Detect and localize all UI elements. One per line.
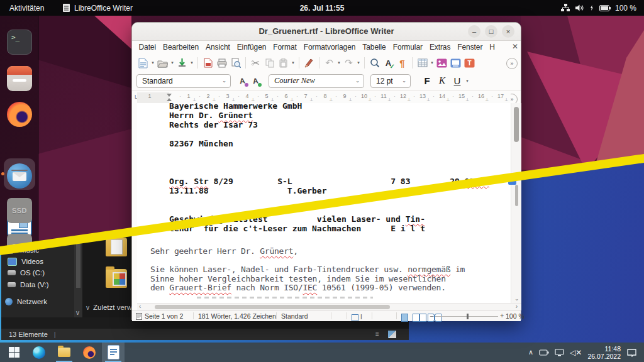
taskbar-edge[interactable]: [28, 343, 50, 362]
firefox-icon: [83, 346, 96, 359]
zoom-level[interactable]: 100 %: [506, 312, 525, 320]
scroll-down-icon[interactable]: ⌄: [514, 295, 519, 302]
folder-documents[interactable]: [106, 238, 127, 256]
single-page-view-icon[interactable]: [401, 313, 408, 322]
horizontal-ruler[interactable]: 1 1·⊥2·⊥3·⊥4·⊥5·⊥6·⊥7·⊥8·⊥9·⊥10·⊥11·⊥12·…: [137, 92, 511, 104]
menu-formatvorlagen[interactable]: Formatvorlagen: [300, 43, 359, 52]
close-document-icon[interactable]: ✕: [512, 42, 518, 51]
selection-mode-icon[interactable]: I: [352, 313, 362, 321]
scroll-left-icon[interactable]: ‹: [139, 303, 141, 310]
details-view-icon[interactable]: ≡: [375, 331, 384, 338]
taskbar-firefox[interactable]: [78, 343, 101, 362]
open-button[interactable]: [156, 57, 169, 70]
new-dropdown-icon[interactable]: ▾: [150, 60, 155, 65]
insert-textbox-button[interactable]: T: [463, 57, 476, 70]
document-canvas[interactable]: Bayerische Hammerwerke GmbHHerrn Dr. Grü…: [137, 103, 511, 303]
scrollbar-thumb[interactable]: [514, 107, 519, 142]
insert-table-button[interactable]: [416, 57, 429, 70]
page-style[interactable]: Standard: [281, 312, 308, 320]
italic-button[interactable]: K: [435, 74, 450, 88]
dock-terminal[interactable]: >_: [7, 30, 32, 55]
new-style-button[interactable]: A: [249, 74, 262, 87]
font-name-combo[interactable]: Courier New ⌄: [269, 74, 364, 88]
explorer-nav-data-v[interactable]: Data (V:): [8, 280, 49, 290]
find-replace-button[interactable]: [368, 57, 381, 70]
battery-icon[interactable]: [539, 349, 549, 356]
open-dropdown-icon[interactable]: ▾: [170, 60, 175, 65]
print-button[interactable]: [215, 57, 228, 70]
thumbnail-view-icon[interactable]: [388, 331, 396, 338]
dock-ssd-drive[interactable]: SSD: [7, 198, 32, 223]
chevron-down-icon[interactable]: v: [76, 309, 79, 316]
save-dropdown-icon[interactable]: ▾: [189, 60, 194, 65]
page-count[interactable]: Seite 1 von 2: [145, 312, 183, 320]
menu-hilfe-clipped[interactable]: H: [486, 43, 499, 52]
word-count[interactable]: 181 Wörter, 1.426 Zeichen: [198, 312, 276, 320]
multi-page-view-icon[interactable]: [413, 313, 426, 322]
start-button[interactable]: [3, 343, 25, 362]
scrollbar-thumb-2[interactable]: [515, 185, 518, 206]
sidebar-toggle[interactable]: [508, 180, 516, 185]
spelling-button[interactable]: A ✓: [382, 57, 395, 70]
taskbar-libreoffice-writer[interactable]: [102, 343, 125, 362]
ruler-tick: ·: [238, 93, 240, 99]
menu-fenster[interactable]: Fenster: [454, 43, 486, 52]
scroll-right-icon[interactable]: ›: [516, 303, 518, 310]
insert-frame-button[interactable]: [449, 57, 462, 70]
menu-bar: Datei Bearbeiten Ansicht Einfügen Format…: [132, 40, 521, 54]
save-button[interactable]: [175, 57, 189, 70]
font-size-combo[interactable]: 12 pt ⌄: [370, 74, 411, 88]
update-style-button[interactable]: A: [236, 74, 249, 87]
print-preview-button[interactable]: [229, 57, 242, 70]
scrollbar-thumb[interactable]: [155, 305, 390, 309]
menu-ansicht[interactable]: Ansicht: [203, 43, 234, 52]
menu-tabelle[interactable]: Tabelle: [359, 43, 389, 52]
explorer-nav-os-c[interactable]: OS (C:): [8, 268, 45, 278]
bold-button[interactable]: F: [419, 74, 435, 88]
menu-extras[interactable]: Extras: [426, 43, 453, 52]
save-status-icon[interactable]: [136, 313, 142, 321]
volume-muted-icon[interactable]: ◁✕: [570, 348, 582, 357]
menu-formular[interactable]: Formular: [389, 43, 426, 52]
folder-videos[interactable]: [106, 269, 127, 288]
maximize-button[interactable]: □: [485, 25, 497, 38]
menu-bearbeiten[interactable]: Bearbeiten: [160, 43, 203, 52]
formatting-marks-button[interactable]: ¶: [396, 57, 409, 70]
vertical-scrollbar[interactable]: ⌄: [511, 103, 521, 303]
redo-dropdown-icon: ▾: [356, 60, 361, 65]
document-line: Org. Str 8/29 S-L 7 83 29.02.99: [169, 177, 489, 186]
export-pdf-button[interactable]: [201, 57, 214, 70]
horizontal-scrollbar[interactable]: ‹ ›: [137, 303, 521, 310]
explorer-nav-videos[interactable]: Videos: [8, 256, 43, 266]
window-title-bar[interactable]: Dr_Gruenert.rtf - LibreOffice Writer – □…: [132, 23, 521, 41]
dock-files[interactable]: [7, 66, 32, 91]
new-document-button[interactable]: [136, 57, 150, 70]
close-button[interactable]: ×: [502, 25, 514, 38]
top-bar-clock[interactable]: 26. Jul 11:55: [0, 4, 644, 13]
toolbar-overflow-button[interactable]: »: [506, 58, 518, 69]
minimize-button[interactable]: –: [468, 25, 480, 38]
table-dropdown-icon[interactable]: ▾: [430, 60, 435, 65]
menu-datei[interactable]: Datei: [135, 43, 160, 52]
clone-formatting-button[interactable]: [303, 57, 316, 70]
zoom-slider-thumb[interactable]: [467, 314, 469, 319]
paragraph-style-combo[interactable]: Standard ⌄: [136, 74, 231, 88]
underline-dropdown-icon[interactable]: ▾: [465, 79, 470, 84]
taskbar-file-explorer[interactable]: [53, 343, 75, 362]
insert-image-button[interactable]: [435, 57, 448, 70]
tray-expand-icon[interactable]: ∧: [528, 348, 533, 356]
menu-format[interactable]: Format: [270, 43, 300, 52]
ruler-number: 17: [497, 93, 504, 99]
indent-marker[interactable]: [167, 94, 172, 101]
ruler-number: 3: [226, 93, 229, 99]
dock-firefox[interactable]: [7, 102, 32, 127]
network-status-icon[interactable]: [555, 349, 564, 356]
recent-section-header[interactable]: v Zuletzt verw: [86, 304, 132, 311]
system-status-area[interactable]: 100 %: [561, 4, 636, 13]
explorer-nav-network[interactable]: Netzwerk: [5, 297, 47, 307]
menu-einfuegen[interactable]: Einfügen: [233, 43, 270, 52]
zoom-slider[interactable]: – +: [435, 316, 498, 317]
underline-button[interactable]: U: [450, 74, 465, 88]
action-center-icon[interactable]: [626, 348, 638, 357]
taskbar-clock[interactable]: 11:48 26.07.2022: [587, 345, 621, 360]
